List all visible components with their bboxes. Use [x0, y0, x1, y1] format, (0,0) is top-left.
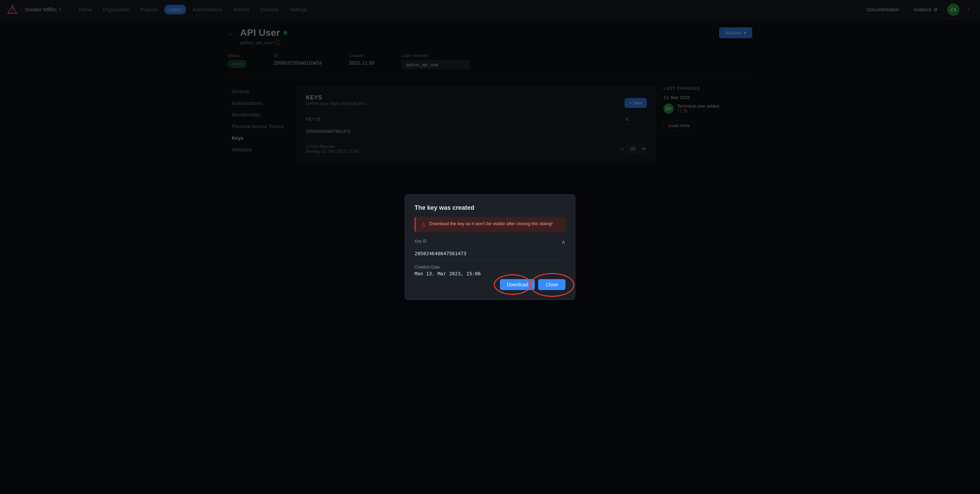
- warning-icon: ⚠: [421, 222, 426, 228]
- warning-text: Download the key as it won't be visible …: [429, 221, 553, 226]
- modal-title: The key was created: [415, 204, 565, 212]
- modal-warning: ⚠ Download the key as it won't be visibl…: [415, 217, 565, 232]
- modal-key-id-value: 205024640647561473: [415, 251, 565, 256]
- modal-creation-date-value: Mon 13. Mar 2023, 15:06: [415, 271, 565, 276]
- modal-divider: [415, 260, 565, 261]
- download-button[interactable]: Download: [500, 279, 535, 290]
- modal-creation-date-field: Creation Date Mon 13. Mar 2023, 15:06: [415, 265, 565, 276]
- close-btn-wrapper: Close: [538, 279, 565, 290]
- modal-overlay: The key was created ⚠ Download the key a…: [0, 0, 980, 494]
- download-btn-wrapper: Download: [500, 279, 535, 290]
- modal-key-id-field: Key ID ∧ 205024640647561473: [415, 239, 565, 256]
- modal-actions: Download Close: [415, 279, 565, 290]
- collapse-button[interactable]: ∧: [562, 239, 565, 245]
- modal-dialog: The key was created ⚠ Download the key a…: [405, 194, 575, 300]
- close-button[interactable]: Close: [538, 279, 565, 290]
- key-id-label: Key ID: [415, 239, 427, 244]
- modal-key-id-row: Key ID ∧: [415, 239, 565, 245]
- creation-date-label: Creation Date: [415, 265, 565, 269]
